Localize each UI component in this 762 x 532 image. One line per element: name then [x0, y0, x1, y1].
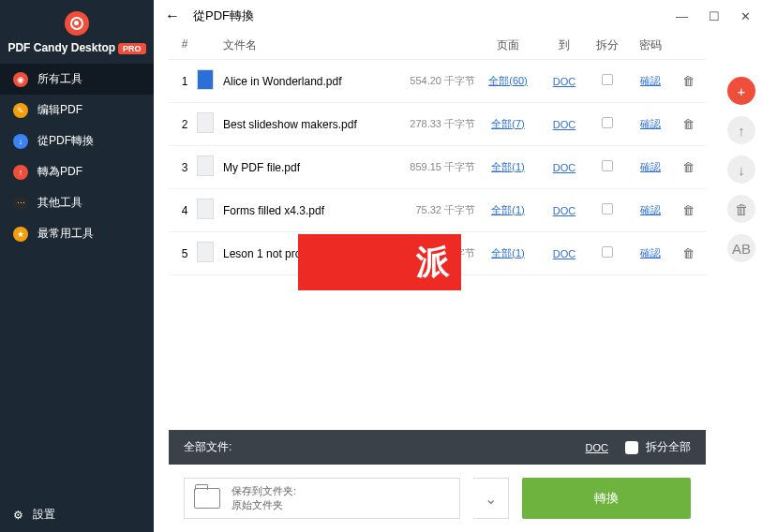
file-thumb-icon	[197, 242, 214, 262]
file-thumb-icon	[197, 69, 214, 90]
nav-to-pdf[interactable]: ↑轉為PDF	[0, 156, 154, 187]
header-name: 文件名	[223, 37, 391, 53]
trash-icon[interactable]: 🗑	[682, 74, 695, 88]
footer-convert-type[interactable]: DOC	[586, 442, 608, 453]
file-size: 278.33 千字节	[391, 117, 475, 131]
password-link[interactable]: 確認	[640, 75, 661, 86]
folder-dropdown[interactable]: ⌄	[473, 478, 509, 519]
row-num: 3	[172, 161, 197, 174]
row-num: 4	[172, 204, 197, 217]
sidebar: PDF Candy DesktopPRO ◉所有工具 ✎编辑PDF ↓從PDF轉…	[0, 0, 154, 532]
format-link[interactable]: DOC	[553, 162, 575, 173]
file-size: 859.15 千字节	[391, 160, 475, 174]
folder-icon	[194, 488, 220, 509]
star-icon: ★	[13, 227, 28, 242]
close-button[interactable]: ✕	[740, 9, 751, 23]
password-link[interactable]: 確認	[640, 118, 661, 129]
table-row: 5 Leson 1 not protected.pdf 189.55 千字节 全…	[169, 232, 706, 275]
file-name: My PDF file.pdf	[223, 161, 391, 174]
settings-button[interactable]: ⚙設置	[0, 497, 154, 532]
header-to: 到	[541, 37, 588, 53]
download-icon: ↓	[13, 134, 28, 149]
pages-link[interactable]: 全部(1)	[491, 247, 524, 259]
save-to-value: 原始文件夹	[232, 498, 296, 512]
nav-all-tools[interactable]: ◉所有工具	[0, 64, 154, 95]
table-footer: 全部文件: DOC 拆分全部	[169, 430, 706, 465]
nav: ◉所有工具 ✎编辑PDF ↓從PDF轉換 ↑轉為PDF ⋯其他工具 ★最常用工具	[0, 64, 154, 497]
table-row: 2 Best slideshow makers.pdf 278.33 千字节 全…	[169, 103, 706, 146]
format-link[interactable]: DOC	[553, 119, 575, 130]
file-size: 75.32 千字节	[391, 203, 475, 217]
back-button[interactable]: ←	[165, 7, 180, 24]
file-name: Best slideshow makers.pdf	[223, 118, 391, 131]
header-pwd: 密码	[627, 37, 674, 53]
password-link[interactable]: 確認	[640, 161, 661, 172]
split-checkbox[interactable]	[602, 246, 613, 258]
table-row: 3 My PDF file.pdf 859.15 千字节 全部(1) DOC 確…	[169, 146, 706, 189]
table-header: # 文件名 页面 到 拆分 密码	[169, 32, 706, 60]
circle-icon: ◉	[13, 72, 28, 87]
file-name: Leson 1 not protected.pdf	[223, 247, 391, 260]
file-thumb-icon	[197, 155, 214, 176]
password-link[interactable]: 確認	[640, 247, 661, 259]
split-checkbox[interactable]	[602, 160, 613, 171]
app-logo: PDF Candy DesktopPRO	[0, 0, 154, 64]
pages-link[interactable]: 全部(7)	[491, 118, 524, 129]
file-thumb-icon	[197, 199, 214, 219]
nav-frequent[interactable]: ★最常用工具	[0, 218, 154, 249]
save-to-label: 保存到文件夹:	[232, 484, 296, 498]
trash-icon[interactable]: 🗑	[682, 117, 695, 131]
minimize-button[interactable]: —	[676, 9, 688, 23]
split-checkbox[interactable]	[602, 203, 613, 214]
move-down-button[interactable]: ↓	[727, 155, 755, 184]
format-link[interactable]: DOC	[553, 76, 575, 87]
trash-icon[interactable]: 🗑	[682, 246, 695, 260]
all-files-label: 全部文件:	[184, 439, 232, 455]
maximize-button[interactable]: ☐	[709, 9, 720, 23]
format-link[interactable]: DOC	[553, 205, 575, 216]
titlebar: ← 從PDF轉換 — ☐ ✕	[154, 0, 762, 32]
logo-icon	[65, 11, 89, 36]
file-size: 554.20 千字节	[391, 74, 475, 88]
row-num: 5	[172, 247, 197, 260]
main: ← 從PDF轉換 — ☐ ✕ # 文件名 页面 到 拆分 密码	[154, 0, 762, 532]
row-num: 2	[172, 118, 197, 131]
app-name: PDF Candy DesktopPRO	[0, 41, 154, 54]
page-title: 從PDF轉換	[193, 7, 254, 24]
nav-other-tools[interactable]: ⋯其他工具	[0, 187, 154, 218]
nav-from-pdf[interactable]: ↓從PDF轉換	[0, 126, 154, 156]
file-table: # 文件名 页面 到 拆分 密码 1 Alice in Wonderland.p…	[154, 32, 721, 532]
side-tools: + ↑ ↓ 🗑 AB	[721, 32, 762, 532]
convert-button[interactable]: 轉換	[522, 478, 691, 519]
table-row: 1 Alice in Wonderland.pdf 554.20 千字节 全部(…	[169, 60, 706, 103]
header-num: #	[172, 37, 197, 53]
save-folder-box[interactable]: 保存到文件夹: 原始文件夹	[184, 478, 460, 519]
file-thumb-icon	[197, 112, 214, 133]
file-name: Alice in Wonderland.pdf	[223, 75, 391, 88]
gear-icon: ⚙	[13, 509, 23, 522]
delete-button[interactable]: 🗑	[727, 195, 755, 223]
header-pages: 页面	[475, 37, 541, 53]
header-split: 拆分	[588, 37, 627, 53]
edit-icon: ✎	[13, 103, 28, 118]
trash-icon[interactable]: 🗑	[682, 160, 695, 174]
password-link[interactable]: 確認	[640, 204, 661, 215]
ab-button[interactable]: AB	[727, 234, 755, 262]
pro-badge: PRO	[118, 43, 146, 54]
format-link[interactable]: DOC	[553, 248, 575, 259]
file-size: 189.55 千字节	[391, 246, 475, 260]
file-name: Forms filled x4.3.pdf	[223, 204, 391, 217]
move-up-button[interactable]: ↑	[727, 116, 755, 144]
add-file-button[interactable]: +	[727, 77, 755, 105]
split-checkbox[interactable]	[602, 117, 613, 128]
split-all-label: 拆分全部	[646, 439, 691, 455]
split-checkbox[interactable]	[602, 74, 613, 85]
nav-edit-pdf[interactable]: ✎编辑PDF	[0, 95, 154, 126]
pages-link[interactable]: 全部(1)	[491, 161, 524, 172]
split-all-checkbox[interactable]	[625, 441, 638, 454]
dots-icon: ⋯	[13, 196, 28, 211]
pages-link[interactable]: 全部(1)	[491, 204, 524, 215]
trash-icon[interactable]: 🗑	[682, 203, 695, 217]
upload-icon: ↑	[13, 165, 28, 180]
pages-link[interactable]: 全部(60)	[488, 75, 528, 86]
